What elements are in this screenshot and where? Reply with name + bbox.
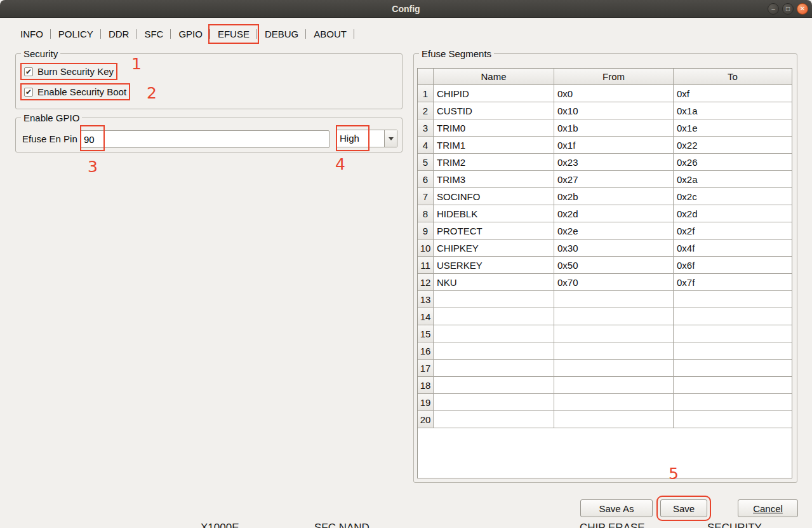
cell-from[interactable] [554, 325, 674, 342]
cell-name[interactable]: TRIM0 [434, 119, 554, 137]
cell-from[interactable] [554, 394, 674, 411]
cell-name[interactable]: TRIM3 [434, 171, 554, 188]
tab-ddr[interactable]: DDR [101, 26, 137, 42]
row-number: 12 [418, 274, 434, 291]
cell-name[interactable] [434, 308, 554, 325]
cell-from[interactable]: 0x2d [554, 205, 674, 222]
tab-gpio[interactable]: GPIO [171, 26, 210, 42]
level-dropdown[interactable]: High [336, 130, 397, 147]
cell-from[interactable]: 0x23 [554, 154, 674, 171]
table-row: 11USERKEY0x500x6f [418, 257, 792, 274]
cell-to[interactable]: 0x1a [674, 102, 792, 119]
level-dropdown-value: High [336, 130, 384, 147]
table-row: 4TRIM10x1f0x22 [418, 137, 792, 154]
cell-from[interactable] [554, 342, 674, 360]
efuse-table: NameFromTo 1CHIPID0x00xf2CUSTID0x100x1a3… [417, 68, 792, 478]
titlebar[interactable]: Config –□✕ [0, 0, 812, 18]
efuse-en-pin-input[interactable] [80, 130, 329, 148]
cell-to[interactable]: 0x26 [674, 154, 792, 171]
cell-name[interactable]: SOCINFO [434, 188, 554, 205]
burn-security-key-checkbox[interactable]: Burn Security Key [23, 65, 115, 78]
cell-to[interactable]: 0x2d [674, 205, 792, 222]
cell-to[interactable]: 0x2a [674, 171, 792, 188]
cell-name[interactable]: PROTECT [434, 222, 554, 240]
cell-to[interactable]: 0xf [674, 85, 792, 102]
cell-from[interactable]: 0x1b [554, 119, 674, 137]
row-number: 11 [418, 257, 434, 274]
cell-from[interactable]: 0x0 [554, 85, 674, 102]
cell-name[interactable] [434, 394, 554, 411]
cell-name[interactable]: TRIM2 [434, 154, 554, 171]
cell-to[interactable]: 0x2f [674, 222, 792, 240]
save-as-button[interactable]: Save As [580, 499, 653, 517]
cell-to[interactable] [674, 308, 792, 325]
checkbox-checked-icon[interactable] [24, 88, 33, 97]
cell-to[interactable] [674, 411, 792, 428]
enable-gpio-group: Enable GPIO Efuse En Pin High [15, 118, 403, 152]
cell-to[interactable] [674, 325, 792, 342]
cell-from[interactable] [554, 291, 674, 308]
table-row: 10CHIPKEY0x300x4f [418, 240, 792, 257]
minimize-button[interactable]: – [768, 3, 779, 15]
efuse-segments-legend: Efuse Segments [419, 48, 494, 59]
close-button[interactable]: ✕ [797, 3, 808, 15]
cell-to[interactable] [674, 360, 792, 377]
cell-to[interactable] [674, 342, 792, 360]
tab-about[interactable]: ABOUT [306, 26, 354, 42]
cell-to[interactable]: 0x4f [674, 240, 792, 257]
checkbox-checked-icon[interactable] [24, 67, 33, 76]
cell-name[interactable] [434, 342, 554, 360]
table-row: 5TRIM20x230x26 [418, 154, 792, 171]
background-window-text: CHIP ERASE [580, 522, 645, 528]
cell-from[interactable]: 0x50 [554, 257, 674, 274]
save-button[interactable]: Save [660, 499, 707, 517]
row-number: 16 [418, 342, 434, 360]
tab-info[interactable]: INFO [13, 26, 51, 42]
cell-name[interactable] [434, 377, 554, 394]
cell-from[interactable] [554, 308, 674, 325]
tab-policy[interactable]: POLICY [51, 26, 101, 42]
row-number: 4 [418, 137, 434, 154]
cancel-button[interactable]: Cancel [738, 499, 798, 517]
cell-name[interactable]: HIDEBLK [434, 205, 554, 222]
cell-name[interactable] [434, 360, 554, 377]
cell-to[interactable]: 0x1e [674, 119, 792, 137]
cell-to[interactable] [674, 291, 792, 308]
cell-from[interactable]: 0x70 [554, 274, 674, 291]
cell-name[interactable]: CUSTID [434, 102, 554, 119]
table-row: 2CUSTID0x100x1a [418, 102, 792, 119]
cell-from[interactable]: 0x10 [554, 102, 674, 119]
tab-sfc[interactable]: SFC [136, 26, 171, 42]
cell-from[interactable]: 0x30 [554, 240, 674, 257]
cell-name[interactable]: NKU [434, 274, 554, 291]
column-header-to: To [674, 69, 792, 85]
cell-name[interactable] [434, 325, 554, 342]
cell-name[interactable]: TRIM1 [434, 137, 554, 154]
efuse-en-pin-label: Efuse En Pin [22, 133, 77, 144]
annotation-number-3: 3 [88, 158, 98, 176]
cell-to[interactable]: 0x6f [674, 257, 792, 274]
cell-name[interactable]: USERKEY [434, 257, 554, 274]
cell-to[interactable]: 0x7f [674, 274, 792, 291]
cell-name[interactable] [434, 291, 554, 308]
tab-debug[interactable]: DEBUG [257, 26, 306, 42]
maximize-button[interactable]: □ [782, 3, 794, 15]
tab-efuse[interactable]: EFUSE [210, 26, 257, 42]
cell-from[interactable] [554, 377, 674, 394]
dropdown-button[interactable] [384, 130, 397, 147]
cell-from[interactable]: 0x2b [554, 188, 674, 205]
cell-to[interactable] [674, 377, 792, 394]
cell-name[interactable] [434, 411, 554, 428]
cell-from[interactable] [554, 360, 674, 377]
annotation-number-1: 1 [131, 55, 142, 73]
cell-to[interactable] [674, 394, 792, 411]
cell-from[interactable]: 0x2e [554, 222, 674, 240]
cell-from[interactable] [554, 411, 674, 428]
enable-security-boot-checkbox[interactable]: Enable Security Boot [23, 86, 128, 98]
cell-name[interactable]: CHIPID [434, 85, 554, 102]
cell-to[interactable]: 0x2c [674, 188, 792, 205]
cell-to[interactable]: 0x22 [674, 137, 792, 154]
cell-from[interactable]: 0x1f [554, 137, 674, 154]
cell-name[interactable]: CHIPKEY [434, 240, 554, 257]
cell-from[interactable]: 0x27 [554, 171, 674, 188]
